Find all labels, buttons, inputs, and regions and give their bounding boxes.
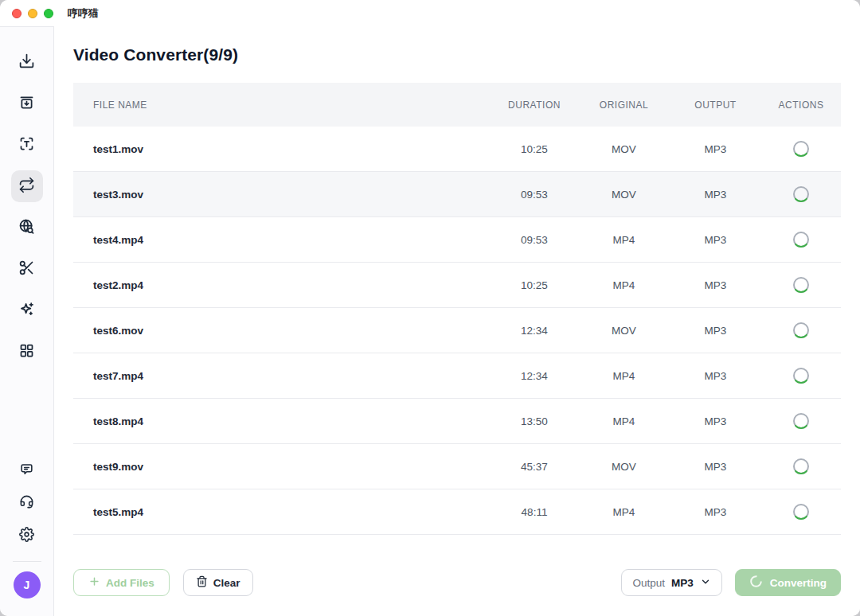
converting-spinner-icon: [792, 276, 810, 294]
original-cell: MOV: [578, 189, 670, 201]
original-cell: MP4: [578, 370, 670, 382]
table-body: test1.mov 10:25 MOV MP3 test3.mov 09:53 …: [73, 127, 841, 535]
file-name-cell: test2.mp4: [73, 279, 491, 291]
add-files-label: Add Files: [106, 577, 154, 589]
sidebar-item-download[interactable]: [11, 46, 43, 78]
output-cell: MP3: [670, 143, 761, 155]
file-name-cell: test7.mp4: [73, 370, 491, 382]
footer-toolbar: Add Files Clear Output MP3 Converting: [73, 569, 841, 596]
original-cell: MP4: [578, 279, 670, 291]
text-capture-icon: [18, 135, 35, 155]
duration-cell: 12:34: [491, 325, 578, 337]
original-cell: MP4: [578, 234, 670, 246]
sidebar-item-settings[interactable]: [13, 521, 41, 550]
converting-label: Converting: [770, 577, 827, 589]
globe-search-icon: [18, 218, 35, 238]
close-window-button[interactable]: [12, 9, 22, 18]
traffic-lights: [12, 9, 53, 18]
table-row[interactable]: test3.mov 09:53 MOV MP3: [73, 172, 841, 217]
column-header-output: OUTPUT: [670, 99, 761, 111]
sidebar-item-text-capture[interactable]: [11, 129, 43, 161]
original-cell: MP4: [578, 506, 670, 518]
file-name-cell: test4.mp4: [73, 234, 491, 246]
clear-button[interactable]: Clear: [183, 569, 253, 596]
converting-spinner-icon: [792, 367, 810, 384]
output-cell: MP3: [670, 461, 761, 473]
duration-cell: 09:53: [491, 234, 578, 246]
duration-cell: 10:25: [491, 143, 578, 155]
titlebar: 哼哼猫: [0, 0, 860, 26]
sidebar-item-web-search[interactable]: [11, 212, 43, 244]
converting-spinner-icon: [792, 231, 810, 248]
save-box-icon: [18, 94, 35, 114]
output-cell: MP3: [670, 506, 761, 518]
original-cell: MOV: [578, 325, 670, 337]
column-header-actions: ACTIONS: [761, 99, 841, 111]
column-header-original: ORIGINAL: [578, 99, 670, 111]
table-row[interactable]: test2.mp4 10:25 MP4 MP3: [73, 263, 841, 308]
clear-label: Clear: [213, 577, 240, 589]
headset-icon: [19, 494, 34, 513]
output-cell: MP3: [670, 370, 761, 382]
main-content: Video Converter(9/9) FILE NAME DURATION …: [54, 26, 860, 616]
scissors-icon: [18, 259, 35, 279]
output-cell: MP3: [670, 415, 761, 427]
sidebar-item-apps[interactable]: [11, 336, 43, 368]
sidebar-item-converter[interactable]: [11, 170, 43, 202]
duration-cell: 09:53: [491, 189, 578, 201]
file-name-cell: test6.mov: [73, 325, 491, 337]
duration-cell: 12:34: [491, 370, 578, 382]
add-files-button[interactable]: Add Files: [73, 569, 170, 596]
output-value: MP3: [671, 577, 694, 589]
duration-cell: 10:25: [491, 279, 578, 291]
table-row[interactable]: test6.mov 12:34 MOV MP3: [73, 308, 841, 353]
gear-icon: [19, 527, 34, 545]
file-name-cell: test9.mov: [73, 461, 491, 473]
trash-icon: [196, 575, 208, 590]
sidebar-item-save-box[interactable]: [11, 88, 43, 119]
converting-spinner-icon: [792, 503, 810, 520]
converting-spinner-icon: [792, 412, 810, 430]
original-cell: MOV: [578, 461, 670, 473]
column-header-duration: DURATION: [491, 99, 578, 111]
original-cell: MP4: [578, 415, 670, 427]
file-name-cell: test5.mp4: [73, 506, 491, 518]
download-icon: [18, 53, 35, 72]
sidebar-divider: [13, 561, 41, 562]
avatar[interactable]: J: [14, 571, 41, 598]
table-row[interactable]: test5.mp4 48:11 MP4 MP3: [73, 489, 841, 535]
converting-spinner-icon: [792, 458, 810, 475]
file-name-cell: test1.mov: [73, 143, 491, 155]
file-table: FILE NAME DURATION ORIGINAL OUTPUT ACTIO…: [73, 83, 841, 535]
table-row[interactable]: test1.mov 10:25 MOV MP3: [73, 127, 841, 172]
repeat-icon: [18, 177, 35, 197]
column-header-file-name: FILE NAME: [73, 99, 491, 111]
sidebar-item-ai-tools[interactable]: [11, 294, 43, 326]
output-label: Output: [632, 577, 665, 589]
original-cell: MOV: [578, 143, 670, 155]
sidebar-item-support[interactable]: [13, 489, 41, 517]
minimize-window-button[interactable]: [28, 9, 37, 18]
sidebar-item-feedback[interactable]: [13, 456, 41, 485]
page-title: Video Converter(9/9): [73, 45, 841, 64]
converting-spinner-icon: [792, 185, 810, 203]
duration-cell: 45:37: [491, 461, 578, 473]
file-name-cell: test8.mp4: [73, 415, 491, 427]
table-header: FILE NAME DURATION ORIGINAL OUTPUT ACTIO…: [73, 83, 841, 127]
output-cell: MP3: [670, 325, 761, 337]
output-cell: MP3: [670, 279, 761, 291]
file-name-cell: test3.mov: [73, 189, 491, 201]
converting-button[interactable]: Converting: [735, 569, 841, 596]
chevron-down-icon: [700, 576, 711, 590]
output-cell: MP3: [670, 234, 761, 246]
table-row[interactable]: test8.mp4 13:50 MP4 MP3: [73, 399, 841, 444]
zoom-window-button[interactable]: [44, 9, 53, 18]
sidebar: J: [0, 26, 54, 616]
output-format-select[interactable]: Output MP3: [621, 569, 721, 596]
table-row[interactable]: test7.mp4 12:34 MP4 MP3: [73, 353, 841, 399]
app-title: 哼哼猫: [68, 6, 99, 21]
table-row[interactable]: test4.mp4 09:53 MP4 MP3: [73, 217, 841, 263]
duration-cell: 48:11: [491, 506, 578, 518]
sidebar-item-trim[interactable]: [11, 253, 43, 285]
table-row[interactable]: test9.mov 45:37 MOV MP3: [73, 444, 841, 489]
